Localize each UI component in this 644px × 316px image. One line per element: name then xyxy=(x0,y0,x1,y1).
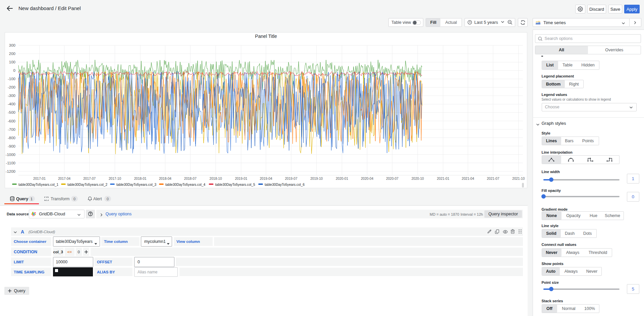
svg-text:-1200: -1200 xyxy=(6,169,15,173)
svg-text:2018-01: 2018-01 xyxy=(134,176,147,180)
svg-text:table30DayTo5years.col_3: table30DayTo5years.col_3 xyxy=(116,182,156,187)
svg-text:-400: -400 xyxy=(8,102,15,106)
svg-text:2019-01: 2019-01 xyxy=(235,176,247,180)
svg-text:-600: -600 xyxy=(8,119,15,123)
svg-text:200: 200 xyxy=(9,52,15,56)
svg-text:2018-10: 2018-10 xyxy=(210,176,222,180)
svg-text:2019-07: 2019-07 xyxy=(285,176,298,180)
svg-text:2020-04: 2020-04 xyxy=(361,176,374,180)
svg-text:-500: -500 xyxy=(8,110,15,114)
svg-text:2021-04: 2021-04 xyxy=(462,176,475,180)
svg-text:table30DayTo5years.col_2: table30DayTo5years.col_2 xyxy=(67,182,107,187)
svg-text:2017-10: 2017-10 xyxy=(109,176,121,180)
svg-text:2020-07: 2020-07 xyxy=(386,176,398,180)
svg-text:2019-04: 2019-04 xyxy=(260,176,273,180)
svg-text:300: 300 xyxy=(9,43,15,47)
svg-text:table30DayTo5years.col_6: table30DayTo5years.col_6 xyxy=(265,182,305,187)
svg-text:2017-07: 2017-07 xyxy=(83,176,96,180)
svg-text:Panel Title: Panel Title xyxy=(255,34,277,39)
svg-text:2019-10: 2019-10 xyxy=(310,176,323,180)
svg-text:-300: -300 xyxy=(8,94,15,98)
svg-text:0: 0 xyxy=(13,68,15,72)
svg-text:-900: -900 xyxy=(8,144,15,148)
svg-text:table30DayTo5years.col_1: table30DayTo5years.col_1 xyxy=(18,182,58,187)
svg-text:2017-01: 2017-01 xyxy=(33,176,46,180)
svg-text:table30DayTo5years.col_4: table30DayTo5years.col_4 xyxy=(165,182,206,187)
svg-text:table30DayTo5years.col_5: table30DayTo5years.col_5 xyxy=(215,182,255,187)
svg-text:2021-07: 2021-07 xyxy=(487,176,499,180)
svg-text:2018-07: 2018-07 xyxy=(184,176,197,180)
svg-text:-800: -800 xyxy=(8,136,15,140)
svg-text:2020-10: 2020-10 xyxy=(412,176,424,180)
svg-text:-700: -700 xyxy=(8,127,15,131)
svg-text:-1100: -1100 xyxy=(6,161,15,165)
svg-text:-200: -200 xyxy=(8,85,15,89)
svg-text:2017-04: 2017-04 xyxy=(58,176,71,180)
svg-text:2018-04: 2018-04 xyxy=(159,176,172,180)
svg-text:-100: -100 xyxy=(8,77,15,81)
svg-text:2021-10: 2021-10 xyxy=(512,176,525,180)
svg-text:100: 100 xyxy=(9,60,15,64)
svg-text:-1000: -1000 xyxy=(6,153,15,157)
svg-text:2020-01: 2020-01 xyxy=(336,176,348,180)
svg-text:2021-01: 2021-01 xyxy=(437,176,449,180)
